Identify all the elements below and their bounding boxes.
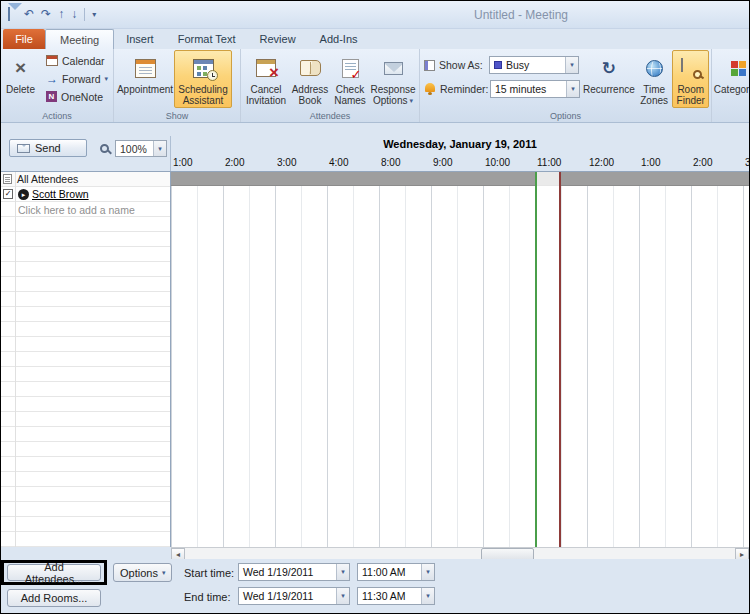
attendee-checkbox[interactable]: ✓: [3, 189, 13, 199]
time-tick: 8:00: [381, 157, 400, 168]
onenote-icon: N: [46, 91, 57, 102]
ribbon-group-options: Show As: Busy ▾ Reminder: 15 minutes ▾: [420, 49, 712, 122]
tab-file[interactable]: File: [3, 29, 45, 49]
actions-small-buttons: Calendar → Forward ▾ N OneNote: [43, 52, 111, 105]
forward-arrow-icon: →: [46, 72, 58, 86]
previous-item-icon[interactable]: ↑: [58, 6, 64, 22]
dropdown-icon: ▾: [104, 75, 108, 83]
dropdown-icon[interactable]: ▾: [153, 141, 166, 156]
all-attendees-header: All Attendees: [1, 172, 170, 186]
tab-add-ins[interactable]: Add-Ins: [308, 29, 370, 49]
recurrence-button[interactable]: ↻ Recurrence: [582, 50, 636, 108]
end-date-picker[interactable]: Wed 1/19/2011 ▾: [238, 587, 350, 605]
start-date-picker[interactable]: Wed 1/19/2011 ▾: [238, 563, 350, 581]
options-fields: Show As: Busy ▾ Reminder: 15 minutes ▾: [424, 55, 580, 103]
free-busy-grid[interactable]: [171, 171, 749, 547]
dropdown-icon[interactable]: ▾: [421, 564, 434, 580]
group-label-options: Options: [420, 111, 711, 121]
organizer-icon: ▸: [18, 189, 29, 200]
quick-access-toolbar: ↶ ↷ ↑ ↓ ▾: [8, 6, 96, 22]
attendee-list: All Attendees ✓ ▸ Scott Brown Click here…: [1, 171, 171, 547]
address-book-button[interactable]: Address Book: [289, 50, 331, 108]
attendee-list-icon: [3, 174, 12, 184]
address-book-icon: [300, 60, 321, 76]
ribbon-tabstrip: File Meeting Insert Format Text Review A…: [1, 29, 749, 49]
tab-format-text[interactable]: Format Text: [166, 29, 248, 49]
forward-button[interactable]: → Forward ▾: [43, 70, 111, 87]
delete-button[interactable]: × Delete: [3, 50, 38, 108]
add-attendees-button[interactable]: Add Attendees...: [7, 564, 101, 581]
time-tick: 4:00: [329, 157, 348, 168]
footer: Add Attendees... Options ▾ Add Rooms... …: [1, 559, 749, 613]
add-rooms-button[interactable]: Add Rooms...: [7, 589, 101, 607]
selected-time-slot[interactable]: [535, 172, 561, 547]
appointment-icon: [135, 59, 156, 78]
dropdown-icon: ▾: [409, 95, 413, 106]
time-tick: 3:00: [745, 157, 749, 168]
next-item-icon[interactable]: ↓: [71, 6, 77, 22]
time-tick: 11:00: [537, 157, 561, 168]
tab-meeting[interactable]: Meeting: [45, 29, 114, 49]
all-attendees-busy-row: [171, 172, 749, 186]
scheduling-assistant-pane: Send 100% ▾ Wednesday, January 19, 2011 …: [1, 123, 749, 561]
send-button[interactable]: Send: [9, 139, 87, 157]
undo-icon[interactable]: ↶: [24, 6, 34, 22]
appointment-button[interactable]: Appointment: [116, 50, 174, 108]
cancel-invitation-button[interactable]: Cancel Invitation: [243, 50, 289, 108]
time-scale: 1:00 2:00 3:00 4:00 8:00 9:00 10:00 11:0…: [171, 156, 749, 171]
send-envelope-icon: [17, 144, 30, 153]
calendar-icon: [46, 55, 58, 66]
tab-insert[interactable]: Insert: [114, 29, 166, 49]
titlebar: ↶ ↷ ↑ ↓ ▾ Untitled - Meeting: [1, 1, 749, 29]
dropdown-icon[interactable]: ▾: [565, 57, 578, 73]
attendee-row: ✓ ▸ Scott Brown: [1, 187, 170, 202]
add-attendee-row[interactable]: Click here to add a name: [1, 202, 170, 217]
tab-review[interactable]: Review: [248, 29, 308, 49]
attendee-name-link[interactable]: Scott Brown: [32, 188, 89, 200]
ribbon-group-actions: × Delete Calendar → Forward ▾ N OneNote: [1, 49, 114, 122]
show-as-label: Show As:: [439, 59, 485, 71]
ribbon-group-tags: Categorize: [712, 49, 749, 122]
dropdown-icon[interactable]: ▾: [421, 588, 434, 604]
end-time-picker[interactable]: 11:30 AM ▾: [357, 587, 435, 605]
time-zones-button[interactable]: Time Zones: [636, 50, 673, 108]
response-options-icon: [384, 62, 403, 75]
show-as-select[interactable]: Busy ▾: [489, 56, 579, 74]
zoom-select[interactable]: 100% ▾: [115, 140, 167, 157]
room-finder-button[interactable]: Room Finder: [672, 50, 709, 108]
qat-customize-dropdown-icon[interactable]: ▾: [92, 10, 96, 19]
scheduling-assistant-icon: [193, 59, 214, 78]
dropdown-icon[interactable]: ▾: [336, 564, 349, 580]
options-button[interactable]: Options ▾: [113, 563, 172, 582]
annotation-highlight-box: Add Attendees...: [1, 560, 107, 585]
categorize-icon: [731, 61, 746, 76]
ribbon-group-show: Appointment Scheduling Assistant Show: [114, 49, 241, 122]
reminder-bell-icon: [424, 83, 436, 95]
calendar-button[interactable]: Calendar: [43, 52, 111, 69]
window-mail-icon: [8, 8, 10, 20]
reminder-select[interactable]: 15 minutes ▾: [490, 80, 580, 98]
redo-icon[interactable]: ↷: [41, 6, 51, 22]
scheduling-assistant-button[interactable]: Scheduling Assistant: [174, 50, 232, 108]
show-as-icon: [424, 60, 435, 71]
categorize-button[interactable]: Categorize: [714, 50, 749, 108]
time-tick: 9:00: [433, 157, 452, 168]
time-tick: 1:00: [173, 157, 192, 168]
qat-separator: [84, 8, 85, 21]
cancel-invitation-icon: [256, 59, 276, 77]
time-tick: 2:00: [225, 157, 244, 168]
time-tick: 2:00: [693, 157, 712, 168]
time-tick: 3:00: [277, 157, 296, 168]
end-time-label: End time:: [184, 591, 230, 603]
time-tick: 12:00: [589, 157, 614, 168]
group-label-actions: Actions: [1, 111, 113, 121]
dropdown-icon[interactable]: ▾: [566, 81, 579, 97]
check-names-icon: [342, 59, 359, 78]
delete-x-icon: ×: [15, 57, 26, 79]
response-options-button[interactable]: Response Options ▾: [369, 50, 417, 108]
ribbon: × Delete Calendar → Forward ▾ N OneNote: [1, 49, 749, 123]
dropdown-icon[interactable]: ▾: [336, 588, 349, 604]
onenote-button[interactable]: N OneNote: [43, 88, 111, 105]
start-time-picker[interactable]: 11:00 AM ▾: [357, 563, 435, 581]
check-names-button[interactable]: Check Names: [331, 50, 369, 108]
